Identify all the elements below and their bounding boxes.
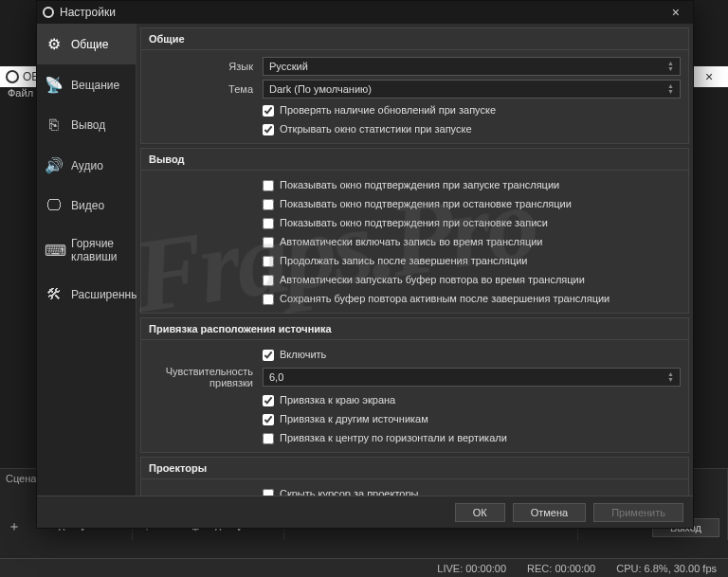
obs-icon <box>6 70 19 83</box>
dialog-titlebar[interactable]: Настройки × <box>37 1 693 24</box>
dialog-footer: ОК Отмена Применить <box>37 496 693 528</box>
cancel-button[interactable]: Отмена <box>513 503 586 522</box>
dialog-title-text: Настройки <box>60 6 116 19</box>
main-window-close-button[interactable]: × <box>690 66 728 87</box>
obs-icon <box>43 7 54 18</box>
language-select[interactable]: Русский▲▼ <box>263 57 681 76</box>
open-stats-label: Открывать окно статистики при запуске <box>280 123 472 135</box>
nav-label: Расширенные <box>71 288 146 301</box>
snap-enable-checkbox[interactable] <box>263 350 274 361</box>
keyboard-icon: ⌨ <box>45 242 64 260</box>
keep-recording-checkbox[interactable] <box>263 256 274 267</box>
speaker-icon: 🔊 <box>45 156 64 174</box>
apply-button[interactable]: Применить <box>593 503 683 522</box>
confirm-start-stream-checkbox[interactable] <box>263 180 274 191</box>
snap-edge-checkbox[interactable] <box>263 395 274 406</box>
nav-label: Вещание <box>71 79 119 92</box>
tools-icon: 🛠 <box>45 286 64 303</box>
section-general: Общие Язык Русский▲▼ Тема Dark (По умолч… <box>140 27 689 144</box>
auto-record-checkbox[interactable] <box>263 237 274 248</box>
keep-replay-buffer-checkbox[interactable] <box>263 294 274 305</box>
nav-stream[interactable]: 📡Вещание <box>37 64 136 105</box>
nav-label: Горячие клавиши <box>71 237 128 263</box>
settings-dialog: Настройки × ⚙Общие 📡Вещание ⎘Вывод 🔊Ауди… <box>36 0 694 529</box>
snap-sensitivity-input[interactable]: 6,0▲▼ <box>263 368 681 387</box>
monitor-icon: 🖵 <box>45 197 64 214</box>
dialog-close-button[interactable]: × <box>664 5 687 20</box>
status-live: LIVE: 00:00:00 <box>437 563 506 574</box>
nav-advanced[interactable]: 🛠Расширенные <box>37 275 136 315</box>
nav-output[interactable]: ⎘Вывод <box>37 105 136 145</box>
snap-center-checkbox[interactable] <box>263 433 274 444</box>
theme-label: Тема <box>149 83 263 95</box>
language-label: Язык <box>149 61 263 72</box>
nav-audio[interactable]: 🔊Аудио <box>37 145 136 186</box>
section-header: Общие <box>141 28 688 50</box>
scene-add-button[interactable]: ＋ <box>4 516 25 537</box>
section-header: Проекторы <box>141 458 688 479</box>
nav-label: Видео <box>71 199 104 212</box>
section-header: Привязка расположения источника <box>141 318 688 340</box>
status-cpu: CPU: 6.8%, 30.00 fps <box>616 563 717 574</box>
snap-sensitivity-label: Чувствительность привязки <box>149 366 263 388</box>
theme-select[interactable]: Dark (По умолчанию)▲▼ <box>263 80 681 99</box>
status-rec: REC: 00:00:00 <box>527 563 595 574</box>
nav-video[interactable]: 🖵Видео <box>37 186 136 225</box>
section-header: Вывод <box>141 149 688 171</box>
nav-label: Аудио <box>71 159 103 172</box>
confirm-stop-stream-checkbox[interactable] <box>263 199 274 210</box>
auto-replay-buffer-checkbox[interactable] <box>263 275 274 286</box>
status-bar: LIVE: 00:00:00 REC: 00:00:00 CPU: 6.8%, … <box>0 558 728 577</box>
check-updates-checkbox[interactable] <box>263 105 274 117</box>
ok-button[interactable]: ОК <box>455 503 505 522</box>
output-icon: ⎘ <box>45 117 64 134</box>
section-projectors: Проекторы Скрыть курсор за проекторы Пок… <box>140 457 689 496</box>
nav-hotkeys[interactable]: ⌨Горячие клавиши <box>37 225 136 275</box>
hide-cursor-checkbox[interactable] <box>263 489 274 496</box>
nav-label: Общие <box>71 38 108 51</box>
nav-label: Вывод <box>71 118 105 132</box>
open-stats-checkbox[interactable] <box>263 124 274 135</box>
confirm-stop-record-checkbox[interactable] <box>263 218 274 229</box>
gear-icon: ⚙ <box>45 35 64 53</box>
section-output: Вывод Показывать окно подтверждения при … <box>140 148 689 314</box>
section-snapping: Привязка расположения источника Включить… <box>140 317 689 453</box>
antenna-icon: 📡 <box>45 76 64 94</box>
check-updates-label: Проверять наличие обновлений при запуске <box>280 104 496 116</box>
settings-content[interactable]: Общие Язык Русский▲▼ Тема Dark (По умолч… <box>136 24 693 496</box>
nav-general[interactable]: ⚙Общие <box>37 24 136 64</box>
settings-sidebar: ⚙Общие 📡Вещание ⎘Вывод 🔊Аудио 🖵Видео ⌨Го… <box>37 24 136 496</box>
snap-other-checkbox[interactable] <box>263 414 274 425</box>
